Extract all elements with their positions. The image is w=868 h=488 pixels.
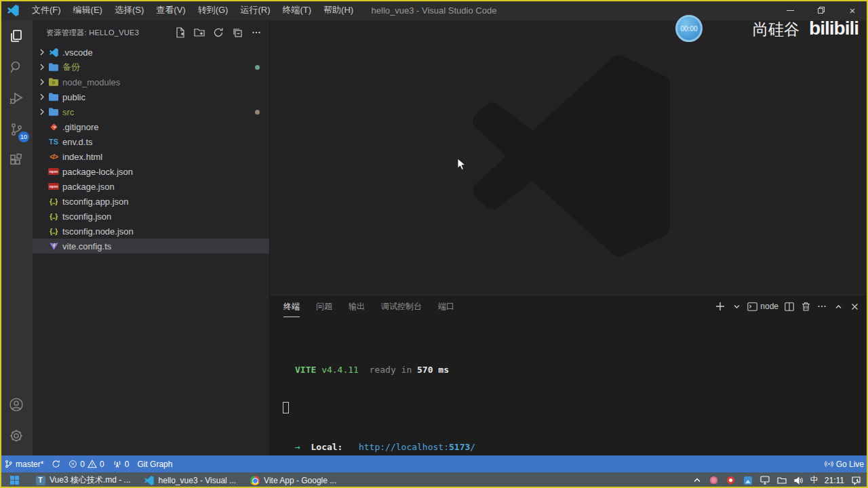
taskbar-app-label: Vue3 核心技术.md - ...	[50, 474, 131, 486]
volume-icon[interactable]	[793, 475, 804, 486]
menu-selection[interactable]: 选择(S)	[108, 0, 150, 20]
refresh-icon[interactable]	[211, 25, 226, 40]
file-name: package-lock.json	[62, 167, 133, 177]
npm-icon: npm	[47, 181, 60, 192]
file-name: index.html	[62, 152, 102, 162]
new-terminal-icon[interactable]	[713, 298, 727, 314]
new-folder-icon[interactable]	[192, 25, 207, 40]
json-braces-icon: {..}	[47, 196, 60, 207]
tray-photos-icon[interactable]	[743, 475, 753, 486]
chrome-icon	[250, 475, 260, 485]
tree-item-vite-config[interactable]: vite.config.ts	[33, 239, 269, 253]
typescript-icon: TS	[47, 136, 60, 147]
tree-item-public[interactable]: public	[33, 89, 269, 104]
vscode-window: 文件(F) 编辑(E) 选择(S) 查看(V) 转到(G) 运行(R) 终端(T…	[0, 0, 868, 488]
explorer-icon[interactable]	[0, 20, 33, 52]
git-graph-button[interactable]: Git Graph	[133, 455, 176, 472]
typora-icon: T	[35, 475, 45, 485]
start-button[interactable]	[0, 472, 28, 488]
broadcast-icon	[825, 460, 833, 468]
more-actions-icon[interactable]	[249, 25, 264, 40]
close-panel-icon[interactable]	[848, 298, 861, 314]
chevron-right-icon	[37, 108, 47, 115]
tree-item-package-json[interactable]: npm package.json	[33, 179, 269, 194]
menu-view[interactable]: 查看(V)	[150, 0, 191, 20]
kill-terminal-icon[interactable]	[799, 298, 812, 314]
tray-opera-icon[interactable]	[726, 475, 736, 486]
collapse-folders-icon[interactable]	[230, 25, 245, 40]
go-live-button[interactable]: Go Live	[821, 455, 868, 472]
menu-go[interactable]: 转到(G)	[192, 0, 235, 20]
tray-folder-icon[interactable]	[776, 475, 787, 486]
ime-indicator[interactable]: 中	[810, 474, 818, 486]
bilibili-logo: bilibili	[809, 18, 859, 39]
terminal-line-banner: VITE v4.4.11 ready in 570 ms	[295, 363, 868, 376]
taskbar-app-typora[interactable]: T Vue3 核心技术.md - ...	[28, 472, 138, 488]
menu-file[interactable]: 文件(F)	[26, 0, 67, 20]
tray-flower-icon[interactable]	[709, 475, 719, 486]
tree-item-tsconfig-app[interactable]: {..} tsconfig.app.json	[33, 194, 269, 209]
tab-problems[interactable]: 问题	[316, 296, 332, 317]
source-control-icon[interactable]: 10	[0, 114, 33, 145]
extensions-icon[interactable]	[0, 145, 33, 176]
file-name: .vscode	[62, 47, 93, 58]
file-name: vite.config.ts	[62, 241, 111, 251]
tab-debug-console[interactable]: 调试控制台	[381, 296, 422, 317]
action-center-icon[interactable]	[850, 475, 861, 486]
maximize-panel-icon[interactable]	[831, 298, 845, 314]
tree-item-tsconfig-node[interactable]: {..} tsconfig.node.json	[33, 224, 269, 239]
git-branch-indicator[interactable]: master*	[0, 455, 47, 472]
taskbar-app-vscode[interactable]: hello_vue3 - Visual ...	[138, 472, 243, 488]
git-icon	[47, 121, 60, 132]
tree-item-src[interactable]: src	[33, 104, 269, 119]
tree-item-tsconfig[interactable]: {..} tsconfig.json	[33, 209, 269, 224]
account-icon[interactable]	[0, 389, 33, 420]
tree-item-vscode[interactable]: .vscode	[33, 45, 269, 60]
tray-expand-icon[interactable]	[692, 475, 703, 486]
new-file-icon[interactable]	[173, 25, 188, 40]
vscode-folder-icon	[47, 47, 60, 58]
localhost-port[interactable]: 5173	[449, 442, 470, 452]
tree-item-gitignore[interactable]: .gitignore	[33, 119, 269, 134]
error-count: 0	[80, 460, 85, 469]
vite-icon	[47, 241, 60, 251]
tree-item-index-html[interactable]: </> index.html	[33, 149, 269, 164]
terminal-line-local: → Local: http://localhost:5173/	[295, 441, 868, 453]
chevron-right-icon	[37, 94, 47, 100]
ports-indicator[interactable]: 0	[108, 455, 134, 472]
tree-item-backup[interactable]: 备份	[33, 60, 269, 75]
json-braces-icon: {..}	[47, 226, 60, 237]
tab-ports[interactable]: 端口	[438, 296, 454, 317]
terminal-profile-node[interactable]: node	[746, 298, 780, 314]
folder-icon	[47, 62, 60, 73]
scm-badge: 10	[18, 131, 29, 142]
brand-cn-label: 尚硅谷	[753, 19, 800, 40]
settings-gear-icon[interactable]	[0, 420, 33, 451]
git-status-dot	[255, 65, 260, 70]
search-icon[interactable]	[0, 52, 33, 83]
tab-output[interactable]: 输出	[349, 296, 365, 317]
menu-edit[interactable]: 编辑(E)	[67, 0, 108, 20]
radio-tower-icon	[113, 460, 122, 468]
tree-item-env-dts[interactable]: TS env.d.ts	[33, 134, 269, 149]
restore-icon	[818, 7, 825, 14]
panel-more-icon[interactable]	[815, 298, 829, 314]
tray-display-icon[interactable]	[760, 475, 770, 486]
menu-help[interactable]: 帮助(H)	[317, 0, 359, 20]
problems-indicator[interactable]: 0 0	[64, 455, 108, 472]
terminal-dropdown-icon[interactable]	[730, 298, 743, 314]
menu-run[interactable]: 运行(R)	[234, 0, 276, 20]
run-debug-icon[interactable]	[0, 83, 33, 114]
sync-changes-button[interactable]	[47, 455, 64, 472]
file-tree: .vscode 备份 node_modules public	[33, 45, 269, 253]
menu-terminal[interactable]: 终端(T)	[276, 0, 317, 20]
chevron-right-icon	[37, 64, 47, 70]
windows-taskbar: T Vue3 核心技术.md - ... hello_vue3 - Visual…	[0, 472, 868, 488]
tree-item-package-lock[interactable]: npm package-lock.json	[33, 164, 269, 179]
tree-item-node-modules[interactable]: node_modules	[33, 75, 269, 89]
taskbar-app-chrome[interactable]: Vite App - Google ...	[243, 472, 343, 488]
localhost-link[interactable]: http://localhost:	[359, 442, 449, 452]
taskbar-clock[interactable]: 21:11	[825, 476, 844, 485]
tab-terminal[interactable]: 终端	[283, 296, 300, 317]
split-terminal-icon[interactable]	[783, 298, 796, 314]
